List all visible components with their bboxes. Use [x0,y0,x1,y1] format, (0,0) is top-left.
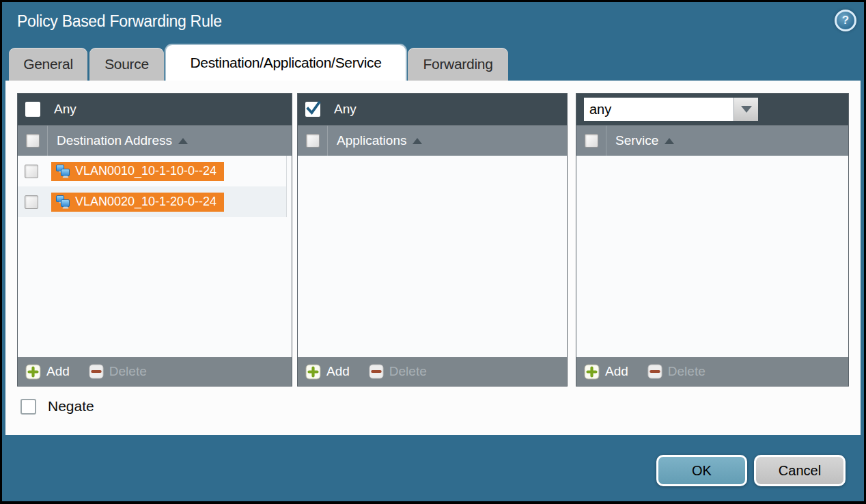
negate-checkbox[interactable] [20,399,36,415]
sort-ascending-icon [665,138,674,144]
service-list [576,156,848,357]
address-object-chip[interactable]: VLAN0020_10-1-20-0--24 [51,193,224,212]
applications-header[interactable]: Applications [337,133,406,148]
add-label: Add [46,364,70,379]
destination-select-all-checkbox[interactable] [26,134,40,148]
plus-icon [584,364,600,380]
destination-any-label: Any [54,102,76,117]
tab-source[interactable]: Source [89,48,164,81]
delete-button[interactable]: Delete [647,364,706,379]
row-checkbox[interactable] [25,195,38,209]
tab-forwarding[interactable]: Forwarding [408,48,508,81]
applications-select-all-zone [298,126,328,156]
delete-label: Delete [668,364,706,379]
tab-source-label: Source [104,56,149,72]
tab-general-label: General [23,56,73,72]
delete-button[interactable]: Delete [89,364,147,379]
applications-column: Any Applications Add [297,93,568,387]
service-combo: any [584,98,758,121]
delete-label: Delete [389,364,427,379]
help-glyph: ? [842,14,849,27]
checkmark-icon [305,100,322,117]
service-select-all-checkbox[interactable] [585,134,598,148]
applications-any-label: Any [334,102,357,117]
destination-any-checkbox[interactable] [25,102,40,117]
service-header[interactable]: Service [615,133,658,148]
applications-list [298,156,567,357]
destination-address-header[interactable]: Destination Address [57,133,172,148]
add-label: Add [326,364,350,379]
minus-icon [647,364,662,379]
destination-select-all-zone [18,126,48,156]
service-column: any Service [576,93,849,387]
negate-option: Negate [20,398,94,415]
policy-based-forwarding-dialog: Policy Based Forwarding Rule ? General S… [2,2,864,501]
plus-icon [305,364,321,380]
address-object-label: VLAN0020_10-1-20-0--24 [75,195,216,209]
tab-destination-application-service[interactable]: Destination/Application/Service [166,45,406,81]
add-button[interactable]: Add [25,364,70,380]
tab-destination-application-service-label: Destination/Application/Service [190,55,381,71]
destination-footer-bar: Add Delete [18,357,292,386]
tab-bar: General Source Destination/Application/S… [9,45,508,81]
destination-address-column: Any Destination Address [17,93,292,387]
destination-rows: VLAN0010_10-1-10-0--24 VLAN [18,156,287,217]
service-dropdown-input[interactable]: any [584,98,734,121]
service-header-row: Service [576,125,848,156]
cancel-button[interactable]: Cancel [754,455,846,486]
destination-address-header-row: Destination Address [18,125,292,156]
network-nodes-icon [55,195,70,209]
delete-button[interactable]: Delete [369,364,427,379]
tab-general[interactable]: General [9,48,87,81]
negate-label: Negate [48,398,94,415]
dialog-title: Policy Based Forwarding Rule [17,12,222,31]
service-dropdown-button[interactable] [734,98,758,121]
network-nodes-icon [55,165,70,178]
add-button[interactable]: Add [305,364,350,380]
applications-header-row: Applications [298,125,567,156]
service-select-all-zone [576,126,606,156]
plus-icon [25,364,41,380]
applications-any-checkbox[interactable] [305,102,320,117]
tab-content-panel: Any Destination Address [5,81,861,435]
minus-icon [89,364,104,379]
table-row[interactable]: VLAN0010_10-1-10-0--24 [18,156,286,186]
delete-label: Delete [109,364,147,379]
chevron-down-icon [741,106,752,113]
applications-any-bar: Any [298,94,567,125]
tab-forwarding-label: Forwarding [423,56,492,72]
help-icon[interactable]: ? [835,10,856,31]
applications-select-all-checkbox[interactable] [306,134,320,148]
service-dropdown-bar: any [576,94,848,125]
address-object-label: VLAN0010_10-1-10-0--24 [75,164,216,178]
add-label: Add [605,364,628,379]
table-row[interactable]: VLAN0020_10-1-20-0--24 [18,186,286,217]
address-object-chip[interactable]: VLAN0010_10-1-10-0--24 [51,162,224,181]
sort-ascending-icon [178,138,188,144]
add-button[interactable]: Add [584,364,628,380]
sort-ascending-icon [413,138,422,144]
service-footer-bar: Add Delete [576,357,848,386]
destination-address-list: VLAN0010_10-1-10-0--24 VLAN [18,156,292,357]
applications-footer-bar: Add Delete [298,357,567,386]
ok-button[interactable]: OK [656,455,747,486]
destination-any-bar: Any [18,94,292,125]
minus-icon [369,364,384,379]
row-checkbox[interactable] [25,165,38,178]
